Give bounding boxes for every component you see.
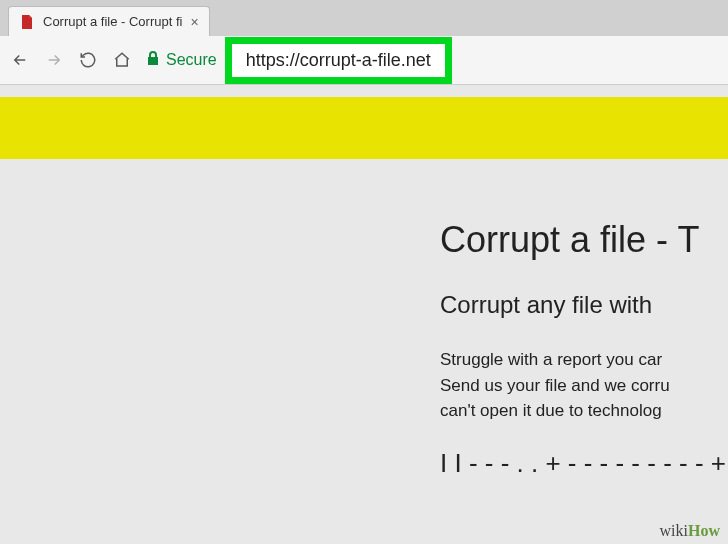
page-banner <box>0 97 728 159</box>
body-line: Struggle with a report you car <box>440 347 728 373</box>
toolbar: Secure https://corrupt-a-file.net <box>0 36 728 84</box>
page-viewport: Corrupt a file - T Corrupt any file with… <box>0 85 728 544</box>
tab-bar: Corrupt a file - Corrupt fi × <box>0 0 728 36</box>
reload-button[interactable] <box>78 50 98 70</box>
secure-indicator: Secure <box>146 50 217 70</box>
body-line: can't open it due to technolog <box>440 398 728 424</box>
lock-icon <box>146 50 160 70</box>
cutoff-text: I I - - - . . + - - - - - - - - - + - <box>440 448 728 479</box>
url-text[interactable]: https://corrupt-a-file.net <box>225 37 452 84</box>
body-line: Send us your file and we corru <box>440 373 728 399</box>
watermark: wikiHow <box>660 522 720 540</box>
home-button[interactable] <box>112 50 132 70</box>
page-content: Corrupt a file - T Corrupt any file with… <box>0 159 728 479</box>
back-button[interactable] <box>10 50 30 70</box>
watermark-suffix: How <box>688 522 720 539</box>
tab-title: Corrupt a file - Corrupt fi <box>43 14 182 29</box>
page-body: Struggle with a report you car Send us y… <box>440 347 728 424</box>
browser-chrome: Corrupt a file - Corrupt fi × Secure htt… <box>0 0 728 85</box>
browser-tab[interactable]: Corrupt a file - Corrupt fi × <box>8 6 210 36</box>
page-title: Corrupt a file - T <box>440 219 728 261</box>
page-subtitle: Corrupt any file with <box>440 291 728 319</box>
address-bar[interactable]: Secure https://corrupt-a-file.net <box>146 37 718 84</box>
close-icon[interactable]: × <box>190 15 198 29</box>
forward-button[interactable] <box>44 50 64 70</box>
secure-label: Secure <box>166 51 217 69</box>
watermark-prefix: wiki <box>660 522 688 539</box>
favicon-icon <box>19 14 35 30</box>
